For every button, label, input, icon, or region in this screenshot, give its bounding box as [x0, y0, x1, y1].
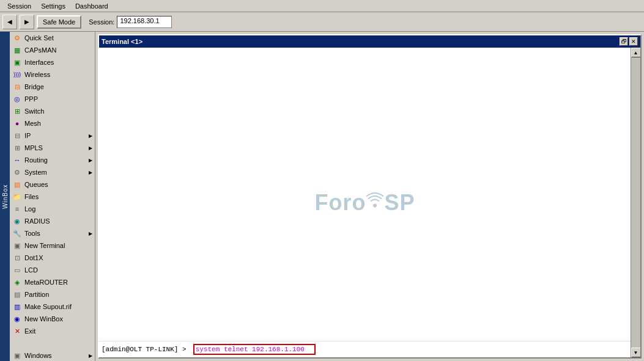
session-ip[interactable]: 192.168.30.1 — [117, 16, 172, 28]
lcd-icon: ▭ — [12, 265, 22, 275]
terminal-body[interactable]: Foro SP [admin@OLT TP-LINK] > system tel… — [99, 48, 631, 357]
sidebar-item-ip[interactable]: ⊟ IP — [10, 129, 95, 142]
sidebar-label-log: Log — [24, 205, 35, 213]
system-icon: ⚙ — [12, 167, 22, 177]
svg-point-0 — [373, 203, 377, 207]
sidebar-item-tools[interactable]: 🔧 Tools — [10, 227, 95, 239]
sidebar-label-mesh: Mesh — [24, 120, 41, 127]
sidebar-item-exit[interactable]: ✕ Exit — [10, 325, 95, 337]
sidebar-item-quick-set[interactable]: ⚙ Quick Set — [10, 32, 95, 44]
sidebar-item-bridge[interactable]: ⊟ Bridge — [10, 81, 95, 93]
mpls-icon: ⊞ — [12, 143, 22, 153]
sidebar-item-new-terminal[interactable]: ▣ New Terminal — [10, 239, 95, 252]
queues-icon: ▤ — [12, 180, 22, 189]
sidebar-label-quick-set: Quick Set — [24, 34, 54, 42]
sidebar-item-metarouter[interactable]: ◈ MetaROUTER — [10, 276, 95, 288]
terminal-window: Terminal <1> 🗗 ✕ Foro SP — [98, 34, 642, 359]
new-winbox-icon: ◉ — [12, 314, 22, 324]
make-supout-icon: ▥ — [12, 302, 22, 312]
terminal-restore-button[interactable]: 🗗 — [620, 37, 628, 46]
sidebar-label-switch: Switch — [24, 108, 44, 115]
sidebar-label-capsman: CAPsMAN — [24, 46, 57, 54]
tools-icon: 🔧 — [12, 228, 22, 238]
capsman-icon: ▦ — [12, 45, 22, 55]
scroll-up-button[interactable]: ▲ — [631, 48, 641, 57]
back-button[interactable]: ◀ — [2, 15, 17, 29]
sidebar-item-files[interactable]: 📁 Files — [10, 191, 95, 203]
watermark: Foro SP — [314, 189, 415, 216]
sidebar-item-log[interactable]: ≡ Log — [10, 203, 95, 215]
sidebar-item-dot1x[interactable]: ⊡ Dot1X — [10, 252, 95, 264]
interfaces-icon: ▣ — [12, 57, 22, 67]
terminal-title: Terminal <1> — [102, 38, 142, 45]
radius-icon: ◉ — [12, 216, 22, 226]
log-icon: ≡ — [12, 204, 22, 214]
sidebar-item-mpls[interactable]: ⊞ MPLS — [10, 142, 95, 154]
ip-icon: ⊟ — [12, 131, 22, 140]
sidebar-item-ppp[interactable]: ◎ PPP — [10, 93, 95, 105]
routing-icon: ↔ — [12, 155, 22, 165]
command-input[interactable]: system telnet 192.168.1.100 — [193, 344, 316, 355]
sidebar-item-windows[interactable]: ▣ Windows — [10, 349, 95, 361]
ppp-icon: ◎ — [12, 94, 22, 104]
new-terminal-icon: ▣ — [12, 241, 22, 250]
menu-session[interactable]: Session — [2, 1, 36, 11]
sidebar-item-new-winbox[interactable]: ◉ New WinBox — [10, 313, 95, 325]
sidebar-item-system[interactable]: ⚙ System — [10, 166, 95, 178]
scroll-track[interactable] — [631, 57, 640, 348]
sidebar-label-interfaces: Interfaces — [24, 59, 54, 66]
sidebar-label-bridge: Bridge — [24, 83, 44, 90]
switch-icon: ⊞ — [12, 106, 22, 116]
winbox-label: WinBox — [0, 32, 10, 361]
toolbar: ◀ ▶ Safe Mode Session: 192.168.30.1 — [0, 12, 644, 32]
sidebar-item-radius[interactable]: ◉ RADIUS — [10, 215, 95, 227]
mesh-icon: ● — [12, 119, 22, 128]
terminal-body-area: Foro SP [admin@OLT TP-LINK] > system tel… — [99, 48, 640, 357]
menu-settings[interactable]: Settings — [36, 1, 70, 11]
quick-set-icon: ⚙ — [12, 33, 22, 43]
sidebar-item-switch[interactable]: ⊞ Switch — [10, 105, 95, 117]
sidebar-label-make-supout: Make Supout.rif — [24, 303, 72, 310]
terminal-controls: 🗗 ✕ — [620, 37, 638, 46]
menu-bar: Session Settings Dashboard — [0, 0, 644, 12]
sidebar-label-radius: RADIUS — [24, 217, 50, 225]
sidebar-label-exit: Exit — [24, 327, 35, 335]
sidebar-label-metarouter: MetaROUTER — [24, 279, 68, 286]
session-label: Session: — [89, 18, 114, 26]
sidebar-label-dot1x: Dot1X — [24, 254, 43, 261]
sidebar-item-routing[interactable]: ↔ Routing — [10, 154, 95, 166]
scroll-down-button[interactable]: ▼ — [631, 348, 641, 357]
sidebar-item-capsman[interactable]: ▦ CAPsMAN — [10, 44, 95, 56]
menu-dashboard[interactable]: Dashboard — [70, 1, 113, 11]
exit-icon: ✕ — [12, 326, 22, 336]
sidebar-item-mesh[interactable]: ● Mesh — [10, 117, 95, 129]
main-layout: WinBox ⚙ Quick Set ▦ CAPsMAN ▣ Interface… — [0, 32, 644, 361]
sidebar-item-wireless[interactable]: )))) Wireless — [10, 68, 95, 81]
prompt-arrow — [189, 346, 191, 353]
sidebar-item-partition[interactable]: ▤ Partition — [10, 288, 95, 301]
dot1x-icon: ⊡ — [12, 253, 22, 263]
sidebar-label-mpls: MPLS — [24, 144, 43, 151]
sidebar-label-partition: Partition — [24, 291, 49, 298]
sidebar-label-ip: IP — [24, 132, 31, 139]
files-icon: 📁 — [12, 192, 22, 202]
sidebar-label-lcd: LCD — [24, 266, 38, 274]
sidebar-label-queues: Queues — [24, 181, 48, 188]
sidebar-item-interfaces[interactable]: ▣ Interfaces — [10, 56, 95, 68]
forward-button[interactable]: ▶ — [20, 15, 34, 29]
sidebar-item-queues[interactable]: ▤ Queues — [10, 178, 95, 191]
windows-icon: ▣ — [12, 351, 22, 360]
terminal-scrollbar: ▲ ▼ — [631, 48, 640, 357]
safe-mode-button[interactable]: Safe Mode — [37, 15, 81, 29]
metarouter-icon: ◈ — [12, 277, 22, 287]
sidebar-item-make-supout[interactable]: ▥ Make Supout.rif — [10, 301, 95, 313]
sidebar: ⚙ Quick Set ▦ CAPsMAN ▣ Interfaces )))) … — [10, 32, 95, 361]
sidebar-label-new-winbox: New WinBox — [24, 315, 63, 323]
wireless-icon: )))) — [12, 70, 22, 79]
terminal-close-button[interactable]: ✕ — [629, 37, 638, 46]
sidebar-item-lcd[interactable]: ▭ LCD — [10, 264, 95, 276]
command-line: [admin@OLT TP-LINK] > system telnet 192.… — [99, 341, 631, 357]
sidebar-label-new-terminal: New Terminal — [24, 242, 65, 249]
sidebar-label-windows: Windows — [24, 352, 52, 359]
sidebar-label-tools: Tools — [24, 230, 40, 237]
